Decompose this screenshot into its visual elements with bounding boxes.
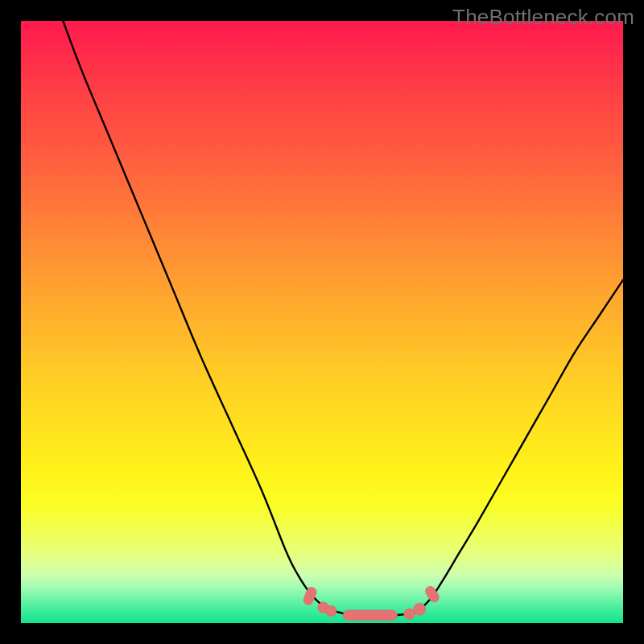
curve-line <box>63 21 623 616</box>
chart-plot-area <box>21 21 623 623</box>
marker-dot <box>404 609 415 619</box>
chart-svg <box>21 21 623 623</box>
marker-pill <box>343 610 397 621</box>
marker-dot <box>414 603 426 615</box>
chart-frame: TheBottleneck.com <box>0 0 644 644</box>
watermark-text: TheBottleneck.com <box>452 5 634 30</box>
marker-dot <box>325 605 336 616</box>
marker-pill <box>302 586 318 606</box>
marker-layer <box>302 584 440 621</box>
